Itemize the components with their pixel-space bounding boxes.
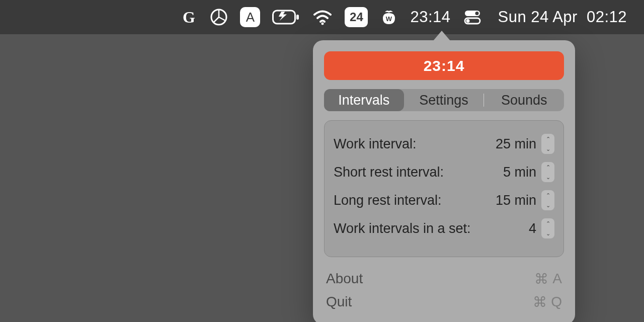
long-rest-stepper[interactable]: ⌃ ⌄ <box>541 190 554 210</box>
tabs-container: Intervals Settings Sounds <box>324 89 564 111</box>
command-icon: ⌘ <box>534 271 548 287</box>
wifi-signal-icon <box>312 7 333 27</box>
svg-point-9 <box>475 12 478 15</box>
chevron-up-icon: ⌃ <box>541 218 554 228</box>
keyboard-shortcut: ⌘ Q <box>533 294 562 310</box>
menubar-date[interactable]: Sun 24 Apr <box>498 8 578 26</box>
tab-intervals[interactable]: Intervals <box>324 89 404 111</box>
calendar-icon[interactable]: 24 <box>345 8 368 26</box>
setting-intervals-in-set: Work intervals in a set: 4 ⌃ ⌄ <box>334 214 554 243</box>
grammarly-icon[interactable]: G <box>180 8 198 26</box>
intervals-set-stepper[interactable]: ⌃ ⌄ <box>541 218 554 238</box>
about-menu-item[interactable]: About ⌘ A <box>324 267 564 290</box>
svg-rect-5 <box>296 15 299 20</box>
tab-settings[interactable]: Settings <box>404 89 484 111</box>
timer-popover: 23:14 Intervals Settings Sounds Work int… <box>313 40 575 322</box>
svg-point-11 <box>466 19 469 23</box>
setting-value: 5 min <box>503 165 536 180</box>
setting-work-interval: Work interval: 25 min ⌃ ⌄ <box>334 130 554 158</box>
control-center-icon[interactable] <box>463 8 482 26</box>
pie-chart-icon <box>210 8 228 26</box>
toggles-icon <box>463 8 482 27</box>
chevron-up-icon: ⌃ <box>541 162 554 172</box>
menubar-time[interactable]: 02:12 <box>587 8 627 26</box>
menubar-timer-text[interactable]: 23:14 <box>410 8 450 26</box>
intervals-settings-panel: Work interval: 25 min ⌃ ⌄ Short rest int… <box>324 120 564 257</box>
footer-label: About <box>326 271 534 287</box>
setting-label: Long rest interval: <box>334 193 496 208</box>
chevron-down-icon: ⌄ <box>541 144 554 154</box>
footer-label: Quit <box>326 294 533 310</box>
setting-value: 15 min <box>496 193 536 208</box>
svg-point-6 <box>321 23 324 25</box>
menubar: G A 24 W <box>0 0 644 34</box>
input-source-icon[interactable]: A <box>240 8 260 26</box>
battery-icon[interactable] <box>272 8 300 26</box>
pie-icon[interactable] <box>210 8 228 26</box>
timer-display-button[interactable]: 23:14 <box>324 51 564 80</box>
chevron-up-icon: ⌃ <box>541 190 554 200</box>
setting-value: 4 <box>529 221 536 236</box>
keyboard-shortcut: ⌘ A <box>534 271 562 287</box>
command-icon: ⌘ <box>533 294 547 310</box>
work-interval-stepper[interactable]: ⌃ ⌄ <box>541 134 554 154</box>
svg-line-3 <box>213 17 219 23</box>
setting-label: Short rest interval: <box>334 165 503 180</box>
svg-text:W: W <box>386 15 392 23</box>
tomato-icon: W <box>380 8 398 26</box>
tab-sounds[interactable]: Sounds <box>484 89 564 111</box>
setting-long-rest: Long rest interval: 15 min ⌃ ⌄ <box>334 186 554 214</box>
short-rest-stepper[interactable]: ⌃ ⌄ <box>541 162 554 182</box>
wifi-icon[interactable] <box>312 8 333 26</box>
chevron-down-icon: ⌄ <box>541 200 554 210</box>
setting-label: Work interval: <box>334 136 496 152</box>
chevron-down-icon: ⌄ <box>541 228 554 238</box>
quit-menu-item[interactable]: Quit ⌘ Q <box>324 290 564 313</box>
popover-arrow <box>433 31 450 41</box>
setting-short-rest: Short rest interval: 5 min ⌃ ⌄ <box>334 158 554 186</box>
battery-charging-icon <box>272 9 300 26</box>
setting-label: Work intervals in a set: <box>334 221 529 236</box>
chevron-up-icon: ⌃ <box>541 134 554 144</box>
pomodoro-app-icon[interactable]: W <box>380 8 398 26</box>
setting-value: 25 min <box>496 136 536 152</box>
shortcut-key: Q <box>551 294 562 310</box>
svg-line-2 <box>219 17 225 21</box>
chevron-down-icon: ⌄ <box>541 172 554 182</box>
shortcut-key: A <box>552 271 562 287</box>
